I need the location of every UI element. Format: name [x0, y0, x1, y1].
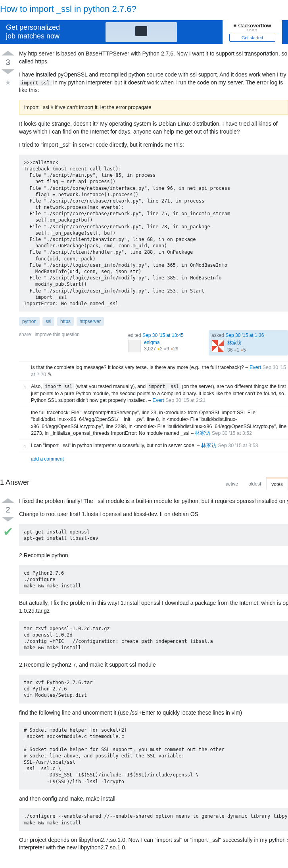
- blockquote: import _ssl # if we can't import it, let…: [19, 100, 288, 115]
- editor-signature: edited Sep 30 '15 at 13:45 enigma 3,027 …: [125, 330, 205, 356]
- pencil-icon: ✎: [48, 372, 52, 377]
- tag-list: python ssl https httpserver: [19, 317, 288, 326]
- code-block: apt-get install openssl apt-get install …: [19, 524, 288, 546]
- stackoverflow-logo: ≡ stackoverflow: [227, 23, 277, 29]
- inline-code: import _ssl: [147, 383, 180, 390]
- comment: the full traceback: File "./script/http/…: [19, 407, 288, 440]
- paragraph: But actually, I fix the problem in this …: [19, 599, 288, 615]
- user-link[interactable]: enigma: [144, 340, 159, 345]
- vote-count: 2: [0, 505, 16, 514]
- paragraph: 2.Recompile python: [19, 552, 288, 560]
- comment-user-link[interactable]: Evert: [250, 365, 261, 370]
- comment-date: Sep 30 '15 at 3:52: [212, 430, 252, 436]
- accepted-checkmark-icon[interactable]: ✔: [0, 525, 16, 539]
- upvote-button[interactable]: [2, 498, 14, 503]
- answer-vote-column: 2 ✔: [0, 497, 16, 857]
- banner-illustration: [106, 22, 177, 42]
- silver-badge-icon: [164, 346, 167, 351]
- comment-date: Sep 30 '15 at 2:21: [165, 398, 205, 403]
- question-title: How to import _ssl in python 2.7.6?: [0, 4, 288, 14]
- tag[interactable]: ssl: [42, 317, 55, 326]
- tag[interactable]: httpserver: [77, 317, 104, 326]
- paragraph: and then config and make, make install: [19, 795, 288, 803]
- paragraph: It looks quite strange, doesn't it? My o…: [19, 120, 288, 136]
- code-block: >>>callstack Traceback (most recent call…: [19, 155, 288, 312]
- inline-code: import ssl: [43, 383, 74, 390]
- comment-score: [19, 364, 31, 378]
- answers-count: 1 Answer: [0, 478, 29, 490]
- code-block: tar xvf Python-2.7.6.tar cd Python-2.7.6…: [19, 675, 288, 704]
- comment: 1 I can "import _ssl" in python interpre…: [19, 440, 288, 453]
- paragraph: 2.Recompile python2.7, and make it suppo…: [19, 661, 288, 669]
- avatar[interactable]: [211, 340, 224, 352]
- favorite-star[interactable]: ★: [0, 78, 16, 87]
- comment: 1 Also, import ssl (what you tested manu…: [19, 381, 288, 407]
- answer-body: I fixed the problem finally! The _ssl mo…: [19, 497, 288, 852]
- answers-header: 1 Answer active oldest votes: [0, 478, 288, 490]
- code-block: # Socket module helper for socket(2) _so…: [19, 722, 288, 790]
- user-rep: 36 1 5: [227, 347, 246, 353]
- paragraph: My http server is based on BaseHTTPServe…: [19, 50, 288, 65]
- paragraph: Change to root user first! 1.Install ope…: [19, 510, 288, 518]
- inline-code: import ssl: [19, 80, 52, 86]
- comment-score: 1: [19, 383, 31, 404]
- asker-signature: asked Sep 30 '15 at 1:36 林家访 36 1 5: [209, 330, 288, 356]
- comment-score: [19, 409, 31, 437]
- tab-oldest[interactable]: oldest: [243, 478, 266, 490]
- tab-active[interactable]: active: [221, 478, 243, 490]
- comment-score: 1: [19, 442, 31, 450]
- banner-headline: Get personalized job matches now: [6, 23, 60, 40]
- code-block: cd Python2.7.6 ./configure make && make …: [19, 565, 288, 594]
- job-banner[interactable]: Get personalized job matches now ≡ stack…: [0, 20, 288, 44]
- downvote-button[interactable]: [2, 69, 14, 74]
- paragraph: Our project depends on libpython2.7.so.1…: [19, 836, 288, 852]
- question-body: My http server is based on BaseHTTPServe…: [19, 50, 288, 468]
- jobs-label: JOBS: [227, 29, 277, 32]
- user-link[interactable]: 林家访: [227, 340, 242, 346]
- edit-time-link[interactable]: Sep 30 '15 at 13:45: [142, 333, 184, 338]
- avatar[interactable]: [128, 340, 141, 352]
- tag[interactable]: python: [19, 317, 40, 326]
- code-block[interactable]: ./configure --enable-shared //--enable-s…: [19, 808, 288, 830]
- tab-votes[interactable]: votes: [266, 478, 288, 490]
- paragraph: I have installed pyOpenSSL and recompile…: [19, 71, 288, 94]
- sort-tabs: active oldest votes: [221, 478, 288, 490]
- add-comment-link[interactable]: add a comment: [31, 456, 64, 462]
- comment-user-link[interactable]: 林家访: [195, 430, 210, 436]
- code-block: tar zxvf openssl-1.0.2d.tar.gz cd openss…: [19, 621, 288, 656]
- improve-link[interactable]: improve this question: [35, 332, 79, 337]
- banner-cta-box: ≡ stackoverflow JOBS Get started: [223, 19, 282, 45]
- user-rep: 3,027 2 9 29: [144, 346, 179, 352]
- comments-list: Is that the complete log message? It loo…: [19, 361, 288, 453]
- downvote-button[interactable]: [2, 517, 14, 522]
- paragraph: I fixed the problem finally! The _ssl mo…: [19, 497, 288, 505]
- vote-count: 3: [0, 58, 16, 67]
- get-started-button[interactable]: Get started: [229, 34, 275, 42]
- share-link[interactable]: share: [19, 332, 31, 337]
- question-title-link[interactable]: How to import _ssl in python 2.7.6?: [0, 4, 136, 14]
- upvote-button[interactable]: [2, 51, 14, 55]
- paragraph: find the following line and uncomment it…: [19, 709, 288, 717]
- paragraph: I tried to "import _ssl" in server code …: [19, 141, 288, 149]
- tag[interactable]: https: [57, 317, 74, 326]
- asked-time-link[interactable]: Sep 30 '15 at 1:36: [225, 333, 264, 338]
- comment-user-link[interactable]: Evert: [152, 398, 164, 403]
- comment: Is that the complete log message? It loo…: [19, 362, 288, 381]
- comment-user-link[interactable]: 林家访: [201, 443, 217, 448]
- comment-date: Sep 30 '15 at 3:53: [218, 443, 258, 448]
- question-vote-column: 3 ★: [0, 50, 16, 468]
